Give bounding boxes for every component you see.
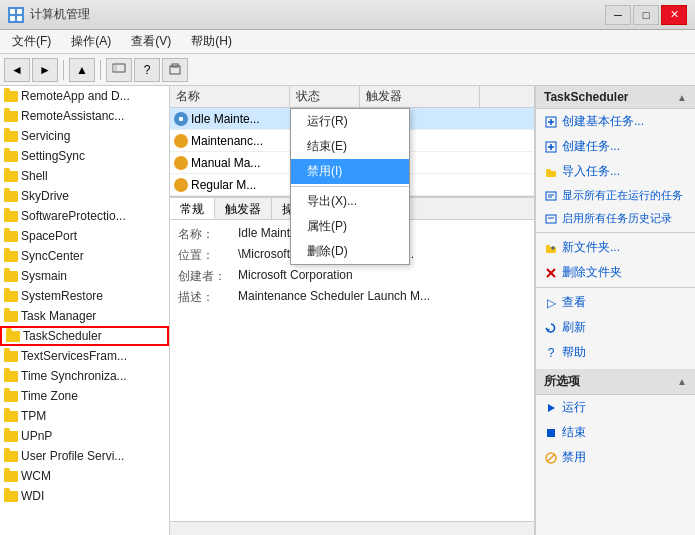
tree-item-label: Shell: [21, 169, 48, 183]
tree-item-label: Sysmain: [21, 269, 67, 283]
task-icon: [174, 178, 188, 192]
forward-button[interactable]: ►: [32, 58, 58, 82]
svg-rect-33: [547, 429, 555, 437]
enable-history-icon: [544, 212, 558, 226]
folder-icon: [4, 311, 18, 322]
close-button[interactable]: ✕: [661, 5, 687, 25]
table-header: 名称 状态 触发器: [170, 86, 534, 108]
create-task-icon: [544, 140, 558, 154]
ctx-run[interactable]: 运行(R): [291, 109, 409, 134]
menu-view[interactable]: 查看(V): [123, 31, 179, 52]
tree-item-systemrestore[interactable]: SystemRestore: [0, 286, 169, 306]
tree-item-taskmanager[interactable]: Task Manager: [0, 306, 169, 326]
action-view[interactable]: ▷ 查看: [536, 290, 695, 315]
action-show-running[interactable]: 显示所有正在运行的任务: [536, 184, 695, 207]
tree-item-timezone[interactable]: Time Zone: [0, 386, 169, 406]
tree-item-spaceport[interactable]: SpacePort: [0, 226, 169, 246]
help-toolbar-button[interactable]: ?: [134, 58, 160, 82]
tree-item-remoteassistance[interactable]: RemoteAssistanc...: [0, 106, 169, 126]
app-icon: [8, 7, 24, 23]
tree-item-servicing[interactable]: Servicing: [0, 126, 169, 146]
action-help[interactable]: ? 帮助: [536, 340, 695, 365]
task-name-cell: Maintenanc...: [170, 134, 290, 148]
task-icon: [174, 134, 188, 148]
col-header-name[interactable]: 名称: [170, 86, 290, 107]
action-label: 启用所有任务历史记录: [562, 211, 672, 226]
ctx-disable[interactable]: 禁用(I): [291, 159, 409, 184]
menu-file[interactable]: 文件(F): [4, 31, 59, 52]
right-section-header-1: TaskScheduler ▲: [536, 86, 695, 109]
tree-item-tpm[interactable]: TPM: [0, 406, 169, 426]
folder-icon: [4, 271, 18, 282]
tree-item-timesync[interactable]: Time Synchroniza...: [0, 366, 169, 386]
scroll-up-arrow[interactable]: ▲: [677, 92, 687, 103]
tree-item-shell[interactable]: Shell: [0, 166, 169, 186]
tree-item-settingsync[interactable]: SettingSync: [0, 146, 169, 166]
action-refresh[interactable]: 刷新: [536, 315, 695, 340]
minimize-button[interactable]: ─: [605, 5, 631, 25]
tree-item-remoteapp[interactable]: RemoteApp and D...: [0, 86, 169, 106]
folder-icon: [4, 151, 18, 162]
tree-item-taskscheduler[interactable]: TaskScheduler: [0, 326, 169, 346]
tree-item-label: RemoteApp and D...: [21, 89, 130, 103]
ctx-delete[interactable]: 删除(D): [291, 239, 409, 264]
tree-item-sysmain[interactable]: Sysmain: [0, 266, 169, 286]
folder-icon: [4, 131, 18, 142]
col-header-status[interactable]: 状态: [290, 86, 360, 107]
ctx-end[interactable]: 结束(E): [291, 134, 409, 159]
tree-item-upnp[interactable]: UPnP: [0, 426, 169, 446]
left-panel: RemoteApp and D... RemoteAssistanc... Se…: [0, 86, 170, 535]
action-create-task[interactable]: 创建任务...: [536, 134, 695, 159]
folder-icon: [4, 171, 18, 182]
tree-item-label: UPnP: [21, 429, 52, 443]
window-controls[interactable]: ─ □ ✕: [605, 5, 687, 25]
tree-item-textservices[interactable]: TextServicesFram...: [0, 346, 169, 366]
delete-folder-icon: [544, 266, 558, 280]
help-icon: ?: [544, 346, 558, 360]
action-end[interactable]: 结束: [536, 420, 695, 445]
folder-icon: [4, 391, 18, 402]
tree-item-skydrive[interactable]: SkyDrive: [0, 186, 169, 206]
tree-item-label: SyncCenter: [21, 249, 84, 263]
col-header-trigger[interactable]: 触发器: [360, 86, 480, 107]
action-import-task[interactable]: 导入任务...: [536, 159, 695, 184]
show-hide-button[interactable]: [106, 58, 132, 82]
ctx-separator: [291, 186, 409, 187]
ctx-properties[interactable]: 属性(P): [291, 214, 409, 239]
scroll-up-arrow2[interactable]: ▲: [677, 376, 687, 387]
tree-item-userprofile[interactable]: User Profile Servi...: [0, 446, 169, 466]
action-new-folder[interactable]: 新文件夹...: [536, 235, 695, 260]
tab-triggers[interactable]: 触发器: [215, 198, 272, 219]
menu-help[interactable]: 帮助(H): [183, 31, 240, 52]
tree-item-softwareprotection[interactable]: SoftwareProtectio...: [0, 206, 169, 226]
action-enable-history[interactable]: 启用所有任务历史记录: [536, 207, 695, 230]
right-section-header-2: 所选项 ▲: [536, 369, 695, 395]
action-run[interactable]: 运行: [536, 395, 695, 420]
horizontal-scrollbar[interactable]: [170, 521, 534, 535]
menu-action[interactable]: 操作(A): [63, 31, 119, 52]
action-disable[interactable]: 禁用: [536, 445, 695, 470]
maximize-button[interactable]: □: [633, 5, 659, 25]
svg-rect-21: [546, 192, 556, 200]
up-button[interactable]: ▲: [69, 58, 95, 82]
author-value: Microsoft Corporation: [238, 268, 526, 285]
folder-icon: [4, 471, 18, 482]
svg-rect-3: [17, 16, 22, 21]
folder-icon: [4, 191, 18, 202]
tree-item-wdi[interactable]: WDI: [0, 486, 169, 506]
run-icon: [544, 401, 558, 415]
tree-list: RemoteApp and D... RemoteAssistanc... Se…: [0, 86, 169, 506]
action-create-basic[interactable]: 创建基本任务...: [536, 109, 695, 134]
svg-rect-20: [546, 169, 551, 172]
tree-item-synccenter[interactable]: SyncCenter: [0, 246, 169, 266]
folder-icon: [4, 111, 18, 122]
tab-general[interactable]: 常规: [170, 198, 215, 219]
back-button[interactable]: ◄: [4, 58, 30, 82]
action-delete-folder[interactable]: 删除文件夹: [536, 260, 695, 285]
ctx-export[interactable]: 导出(X)...: [291, 189, 409, 214]
create-basic-icon: [544, 115, 558, 129]
tree-item-wcm[interactable]: WCM: [0, 466, 169, 486]
svg-marker-32: [548, 404, 555, 412]
extra-button[interactable]: [162, 58, 188, 82]
toolbar-separator2: [100, 60, 101, 80]
